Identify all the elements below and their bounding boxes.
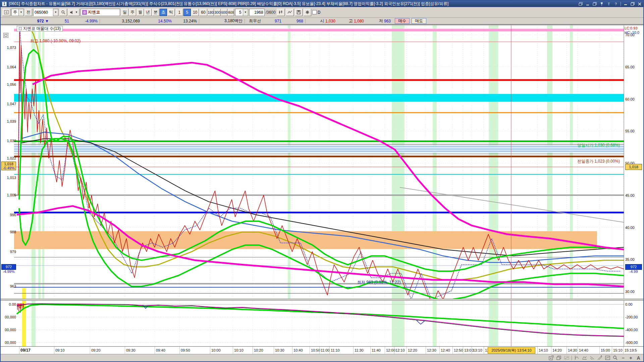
- pattern-region-icon[interactable]: [564, 355, 570, 361]
- interval-button-60[interactable]: 60: [199, 9, 207, 16]
- indicator-checkbox-icon[interactable]: [19, 27, 22, 30]
- close-price-badge-right: 972: [625, 264, 642, 270]
- zigzag-tool-button[interactable]: [286, 9, 294, 16]
- chart-indicator-title[interactable]: 지엔코 매물대 수(13): [17, 26, 63, 32]
- interval-button-3600[interactable]: 3600: [228, 9, 234, 16]
- panel-toggle-button[interactable]: [3, 33, 8, 38]
- trend-tool-icon[interactable]: [582, 355, 587, 361]
- duplicate-window-icon[interactable]: [556, 355, 562, 361]
- merge-cells-icon[interactable]: [548, 355, 554, 361]
- time-axis-label: 11:00: [319, 347, 330, 354]
- interval-select-value: 5: [235, 10, 243, 15]
- period-button-년[interactable]: 년: [144, 9, 152, 16]
- text-tool-button[interactable]: T: [606, 2, 611, 6]
- interval-button-5[interactable]: 5: [183, 9, 191, 16]
- interval-select[interactable]: 5▼: [235, 9, 248, 16]
- chart-style-icon[interactable]: [605, 355, 610, 361]
- price-change-pct: -4.99%: [71, 18, 100, 24]
- close-button[interactable]: [637, 2, 642, 6]
- chevron-down-icon[interactable]: ▼: [243, 9, 248, 16]
- current-time-box: 2025/09/18(목) 13:54:10: [488, 347, 535, 354]
- current-price-badge-right: 1,018: [625, 164, 642, 170]
- interval-button-180[interactable]: 180: [208, 9, 214, 16]
- left-axis-label: 1,005: [1, 193, 16, 197]
- time-axis-label: 10:00: [210, 347, 221, 354]
- indicator-chart[interactable]: [1, 301, 644, 346]
- left-axis-label: 1,064: [1, 65, 16, 69]
- sell-button[interactable]: 매도: [412, 18, 426, 24]
- main-price-chart[interactable]: [1, 25, 644, 299]
- interval-button-600[interactable]: 600: [221, 9, 227, 16]
- stock-search-button[interactable]: [59, 9, 67, 16]
- period-button-분[interactable]: 분: [152, 9, 159, 16]
- time-axis-label: 11:30: [353, 347, 364, 354]
- buy-button[interactable]: 매수: [395, 18, 410, 24]
- stock-name-field[interactable]: 증 지엔코: [80, 9, 120, 16]
- interval-button-300[interactable]: 300: [214, 9, 221, 16]
- period-button-틱[interactable]: 틱: [167, 9, 175, 16]
- close-price-badge-left: 972: [1, 264, 16, 270]
- turnover-pct: 14.50%: [142, 18, 174, 24]
- screen-switch-button[interactable]: [2, 9, 10, 16]
- time-axis[interactable]: 09/1709:1009:2009:3009:4009:5010:0010:10…: [1, 346, 644, 354]
- titlebar-separator: [621, 2, 621, 6]
- time-axis-label: 12:40: [439, 347, 450, 354]
- zoom-icon[interactable]: [612, 355, 618, 361]
- d-checkbox[interactable]: [312, 10, 317, 14]
- hc-label: HC:-10.0: [625, 31, 639, 35]
- multi-trendline-icon[interactable]: [597, 355, 603, 361]
- zoom-out-button[interactable]: −: [620, 355, 626, 361]
- prev-stock-button[interactable]: 전: [25, 9, 32, 16]
- stock-name: 지엔코: [88, 9, 100, 15]
- bar-count-input[interactable]: [249, 9, 265, 16]
- stock-code-combo[interactable]: ▼: [33, 9, 58, 16]
- pin-icon[interactable]: [599, 2, 604, 6]
- settings-gear-button[interactable]: [304, 9, 311, 16]
- time-axis-label: 15:19:5: [623, 347, 637, 354]
- popout-icon[interactable]: [578, 2, 583, 6]
- right-axis-label: 35.00: [625, 257, 644, 262]
- period-button-월[interactable]: 월: [137, 9, 144, 16]
- period-button-주[interactable]: 주: [129, 9, 136, 16]
- series-price-red: [18, 32, 624, 299]
- time-axis-label: 10:50: [310, 347, 320, 354]
- close-price-pct-left: -4.99%: [1, 269, 16, 274]
- volume-ratio: 13.24%: [174, 18, 199, 24]
- help-button[interactable]: ?: [613, 2, 618, 6]
- trendline-down-icon[interactable]: [589, 355, 595, 361]
- left-axis-label: 1,013: [1, 175, 16, 180]
- time-axis-label: 10:30: [274, 347, 284, 354]
- chevron-down-icon[interactable]: ▼: [18, 9, 23, 16]
- asset-type-select[interactable]: 주▼: [11, 9, 24, 16]
- stock-code-input[interactable]: [34, 9, 53, 16]
- trade-value: 3,180백만: [199, 18, 245, 24]
- left-axis-label: 1,022: [1, 156, 16, 161]
- time-axis-label: 09:50: [179, 347, 190, 354]
- time-axis-label: 12:50: [452, 347, 463, 354]
- copy-window-icon[interactable]: [592, 2, 597, 6]
- crosshair-trend-icon[interactable]: [574, 355, 580, 361]
- time-axis-label: 14:10: [537, 347, 548, 354]
- font-size-button[interactable]: A: [636, 355, 641, 361]
- interval-button-10[interactable]: 10: [191, 9, 199, 16]
- interval-button-group: 1510601803006003600: [176, 9, 234, 16]
- restore-button[interactable]: [630, 2, 635, 6]
- high-annotation: 최고 1,080 (-10.00%, 09:02): [30, 38, 80, 44]
- time-axis-label: 15:10: [612, 347, 623, 354]
- time-axis-label: 09:20: [90, 347, 101, 354]
- title-bar[interactable]: 1 [0601] 주식종합차트 - 유통비율[58.7] 거래대금[3,180(…: [1, 1, 643, 7]
- candle-tool-button[interactable]: [277, 9, 285, 16]
- time-axis-label: 12:30: [426, 347, 436, 354]
- save-button[interactable]: [295, 9, 303, 16]
- time-axis-label: 09/17: [19, 347, 31, 354]
- collapse-icon[interactable]: [585, 2, 590, 6]
- period-button-초[interactable]: 초: [160, 9, 167, 16]
- best-ask: 971: [265, 18, 283, 24]
- high-price: 고 1,080: [337, 18, 366, 24]
- chevron-down-icon[interactable]: ▼: [53, 9, 58, 16]
- zoom-in-button[interactable]: +: [628, 355, 634, 361]
- interval-button-1[interactable]: 1: [176, 9, 183, 16]
- period-button-일[interactable]: 일: [121, 9, 128, 16]
- minimize-button[interactable]: [623, 2, 628, 6]
- sound-alert-button[interactable]: ▼: [68, 9, 79, 16]
